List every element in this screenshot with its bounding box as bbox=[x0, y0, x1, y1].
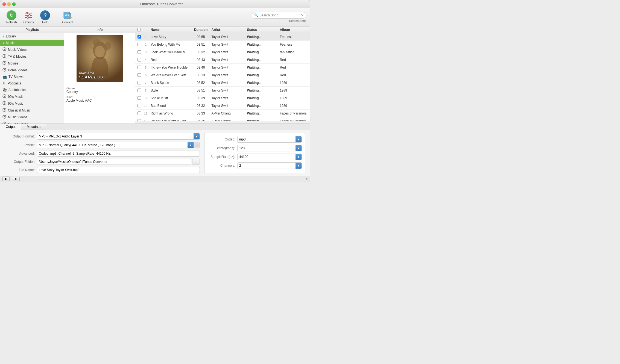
close-button[interactable] bbox=[2, 2, 6, 6]
track-row[interactable]: 4 Red 03:43 Taylor Swift Waiting... Red bbox=[135, 56, 310, 64]
options-button[interactable]: Options bbox=[21, 9, 37, 25]
track-check-2[interactable] bbox=[135, 50, 143, 54]
sidebar-icon-tv-movies bbox=[2, 54, 6, 59]
samplerate-dropdown[interactable]: ▼ bbox=[296, 154, 302, 160]
album-art: Taylor Swift FEARLESS bbox=[77, 35, 123, 82]
track-name-7: Style bbox=[148, 89, 191, 92]
sidebar-item-tv-movies[interactable]: TV & Movies bbox=[0, 53, 64, 60]
track-row[interactable]: 5 I Knew You Were Trouble 03:40 Taylor S… bbox=[135, 64, 310, 71]
sidebar-item-podcasts[interactable]: 🎙Podcasts bbox=[0, 80, 64, 87]
track-row[interactable]: 6 We Are Never Ever Getting Back Tog... … bbox=[135, 71, 310, 79]
track-artist-5: Taylor Swift bbox=[210, 73, 246, 77]
track-row[interactable]: 9 Shake It Off 03:39 Taylor Swift Waitin… bbox=[135, 94, 310, 102]
track-checkbox-7[interactable] bbox=[138, 89, 141, 92]
output-format-select[interactable]: MP3 - MPEG-1 Audio Layer 3 ▼ bbox=[37, 133, 200, 140]
track-check-0[interactable] bbox=[135, 35, 143, 39]
track-check-3[interactable] bbox=[135, 58, 143, 61]
output-format-dropdown[interactable]: ▼ bbox=[194, 133, 200, 139]
bitrate-dropdown[interactable]: ▼ bbox=[296, 145, 302, 151]
track-checkbox-8[interactable] bbox=[138, 96, 141, 100]
search-input[interactable] bbox=[259, 13, 300, 17]
metadata-tab[interactable]: Metadata bbox=[21, 124, 46, 130]
track-checkbox-6[interactable] bbox=[138, 81, 141, 84]
convert-label: Convert bbox=[62, 20, 73, 24]
sidebar-item-90s-music-2[interactable]: 90's Music bbox=[0, 100, 64, 107]
track-check-8[interactable] bbox=[135, 96, 143, 100]
sidebar-item-home-videos[interactable]: Home Videos bbox=[0, 67, 64, 74]
track-artist-0: Taylor Swift bbox=[210, 35, 246, 39]
bitrate-select[interactable]: 128 ▼ bbox=[237, 145, 302, 151]
sidebar-item-tv-shows[interactable]: 📺TV Shows bbox=[0, 74, 64, 80]
track-checkbox-0[interactable] bbox=[138, 35, 141, 39]
bottom-left: Output Format: MP3 - MPEG-1 Audio Layer … bbox=[5, 133, 200, 173]
play-button[interactable]: ▶ bbox=[2, 177, 10, 181]
track-check-7[interactable] bbox=[135, 89, 143, 92]
profile-select[interactable]: MP3 - Normal Quality( 44100 Hz, stereo ,… bbox=[37, 142, 200, 148]
track-checkbox-9[interactable] bbox=[138, 104, 141, 107]
sidebar-item-audiobooks[interactable]: 📚Audiobooks bbox=[0, 87, 64, 93]
sidebar-item-classical-music[interactable]: Classical Music bbox=[0, 107, 64, 114]
channels-dropdown[interactable]: ▼ bbox=[296, 163, 302, 169]
sidebar-item-music[interactable]: ♪Music bbox=[0, 40, 64, 46]
track-row[interactable]: 2 You Belong With Me 03:51 Taylor Swift … bbox=[135, 41, 310, 48]
track-check-6[interactable] bbox=[135, 81, 143, 84]
clear-search-icon[interactable]: ✕ bbox=[301, 13, 304, 17]
sidebar-item-music-videos[interactable]: Music Videos bbox=[0, 46, 64, 53]
track-check-10[interactable] bbox=[135, 111, 143, 115]
samplerate-select[interactable]: 44100 ▼ bbox=[237, 154, 302, 160]
codec-dropdown[interactable]: ▼ bbox=[296, 136, 302, 142]
profile-dropdown[interactable]: ▼ bbox=[188, 142, 194, 148]
track-checkbox-5[interactable] bbox=[138, 73, 141, 77]
bottom-tabs: Output Metadata bbox=[0, 124, 310, 130]
search-bar[interactable]: 🔍 ✕ bbox=[252, 12, 306, 19]
output-folder-input[interactable] bbox=[37, 159, 191, 165]
maximize-button[interactable] bbox=[12, 2, 16, 6]
refresh-button[interactable]: ↻ Refresh bbox=[4, 9, 20, 25]
channels-select[interactable]: 2 ▼ bbox=[237, 162, 302, 169]
profile-row: Profile: MP3 - Normal Quality( 44100 Hz,… bbox=[5, 142, 200, 148]
convert-button[interactable]: MP3 Convert bbox=[59, 9, 75, 25]
sidebar-item-movies[interactable]: Movies bbox=[0, 60, 64, 67]
track-check-4[interactable] bbox=[135, 66, 143, 69]
kind-value: Apple Music AAC bbox=[66, 99, 133, 102]
track-checkbox-3[interactable] bbox=[138, 58, 141, 61]
info-meta: Genre Country Kind Apple Music AAC bbox=[66, 84, 133, 104]
select-all-checkbox[interactable] bbox=[137, 28, 141, 31]
track-row[interactable]: 3 Look What You Made Me Do 03:32 Taylor … bbox=[135, 48, 310, 56]
browse-button[interactable]: ... bbox=[192, 159, 200, 165]
track-check-5[interactable] bbox=[135, 73, 143, 77]
sidebar-item-my-top-rated[interactable]: My Top Rated bbox=[0, 121, 64, 124]
profile-minus[interactable]: − bbox=[194, 142, 200, 148]
track-check-9[interactable] bbox=[135, 104, 143, 107]
track-check-1[interactable] bbox=[135, 43, 143, 46]
minimize-button[interactable] bbox=[7, 2, 11, 6]
track-checkbox-2[interactable] bbox=[138, 50, 141, 54]
codec-select[interactable]: mp3 ▼ bbox=[237, 136, 302, 143]
track-album-10: Faces of Paranoia bbox=[279, 111, 310, 115]
track-row[interactable]: 1 Love Story 03:55 Taylor Swift Waiting.… bbox=[135, 33, 310, 41]
track-row[interactable]: 7 Blank Space 03:52 Taylor Swift Waiting… bbox=[135, 79, 310, 87]
sidebar-item-library[interactable]: ♪Library bbox=[0, 33, 64, 40]
sidebar-icon-90s-music-2 bbox=[2, 101, 6, 106]
track-row[interactable]: 8 Style 03:51 Taylor Swift Waiting... 19… bbox=[135, 87, 310, 94]
help-button[interactable]: ? Help bbox=[37, 9, 53, 25]
check-all-header[interactable] bbox=[135, 28, 143, 31]
track-album-6: 1989 bbox=[279, 81, 310, 85]
file-name-input[interactable] bbox=[37, 167, 200, 173]
advanced-label: Advanced: bbox=[5, 152, 35, 155]
track-checkbox-1[interactable] bbox=[138, 43, 141, 46]
sidebar-icon-tv-shows: 📺 bbox=[2, 75, 7, 79]
search-label: Search Song bbox=[289, 19, 306, 22]
sidebar: ♪Library♪MusicMusic VideosTV & MoviesMov… bbox=[0, 33, 64, 124]
track-checkbox-4[interactable] bbox=[138, 66, 141, 69]
horizontal-scrollbar[interactable] bbox=[135, 121, 310, 124]
track-checkbox-10[interactable] bbox=[138, 111, 141, 115]
track-row[interactable]: 12 Do You Still Want to Love Me 06:15 A-… bbox=[135, 117, 310, 121]
track-album-1: Fearless bbox=[279, 43, 310, 46]
track-row[interactable]: 11 Right as Wrong 03:33 A-Mei Chang Wait… bbox=[135, 110, 310, 117]
track-row[interactable]: 10 Bad Blood 03:32 Taylor Swift Waiting.… bbox=[135, 102, 310, 110]
pause-button[interactable]: ⏸ bbox=[12, 177, 20, 181]
output-tab[interactable]: Output bbox=[0, 124, 21, 130]
sidebar-item-90s-music-1[interactable]: 90's Music bbox=[0, 93, 64, 100]
sidebar-item-music-videos-2[interactable]: Music Videos bbox=[0, 114, 64, 121]
